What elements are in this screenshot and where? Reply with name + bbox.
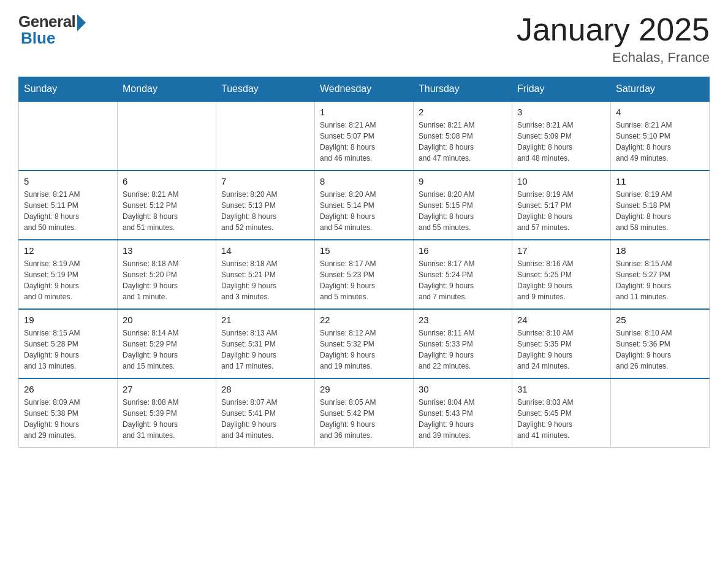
weekday-header-saturday: Saturday [611,77,710,102]
calendar-week-row: 12Sunrise: 8:19 AM Sunset: 5:19 PM Dayli… [19,240,710,309]
page-header: General Blue January 2025 Echalas, Franc… [18,12,710,66]
day-number: 7 [221,176,309,186]
calendar-cell: 27Sunrise: 8:08 AM Sunset: 5:39 PM Dayli… [118,378,216,448]
logo: General Blue [18,12,86,48]
day-info: Sunrise: 8:20 AM Sunset: 5:15 PM Dayligh… [419,189,507,233]
calendar-cell [118,101,216,170]
day-info: Sunrise: 8:13 AM Sunset: 5:31 PM Dayligh… [221,327,309,372]
calendar-cell: 16Sunrise: 8:17 AM Sunset: 5:24 PM Dayli… [414,240,512,309]
calendar-cell [611,378,710,448]
day-number: 2 [419,107,507,117]
calendar-cell: 30Sunrise: 8:04 AM Sunset: 5:43 PM Dayli… [414,378,512,448]
month-year-title: January 2025 [517,12,710,47]
day-number: 14 [221,245,309,256]
day-number: 26 [24,384,112,394]
calendar-cell: 22Sunrise: 8:12 AM Sunset: 5:32 PM Dayli… [315,309,414,378]
calendar-cell: 11Sunrise: 8:19 AM Sunset: 5:18 PM Dayli… [611,170,710,240]
calendar-cell: 24Sunrise: 8:10 AM Sunset: 5:35 PM Dayli… [512,309,611,378]
day-number: 13 [123,245,211,256]
day-number: 6 [123,176,211,186]
day-number: 22 [320,315,408,325]
calendar-cell: 10Sunrise: 8:19 AM Sunset: 5:17 PM Dayli… [512,170,611,240]
day-number: 25 [616,315,704,325]
day-info: Sunrise: 8:20 AM Sunset: 5:14 PM Dayligh… [320,189,408,233]
day-info: Sunrise: 8:05 AM Sunset: 5:42 PM Dayligh… [320,397,408,441]
title-block: January 2025 Echalas, France [517,12,710,66]
day-info: Sunrise: 8:20 AM Sunset: 5:13 PM Dayligh… [221,189,309,233]
calendar-cell: 21Sunrise: 8:13 AM Sunset: 5:31 PM Dayli… [216,309,315,378]
calendar-cell: 23Sunrise: 8:11 AM Sunset: 5:33 PM Dayli… [414,309,512,378]
day-number: 20 [123,315,211,325]
calendar-cell: 5Sunrise: 8:21 AM Sunset: 5:11 PM Daylig… [19,170,118,240]
day-number: 23 [419,315,507,325]
calendar-cell [19,101,118,170]
day-info: Sunrise: 8:21 AM Sunset: 5:10 PM Dayligh… [616,120,704,164]
day-number: 31 [517,384,605,394]
day-info: Sunrise: 8:21 AM Sunset: 5:12 PM Dayligh… [123,189,211,233]
calendar-table: SundayMondayTuesdayWednesdayThursdayFrid… [18,77,710,448]
day-number: 28 [221,384,309,394]
logo-arrow-icon [77,14,86,31]
day-info: Sunrise: 8:21 AM Sunset: 5:07 PM Dayligh… [320,120,408,164]
calendar-week-row: 1Sunrise: 8:21 AM Sunset: 5:07 PM Daylig… [19,101,710,170]
calendar-cell: 20Sunrise: 8:14 AM Sunset: 5:29 PM Dayli… [118,309,216,378]
day-info: Sunrise: 8:08 AM Sunset: 5:39 PM Dayligh… [123,397,211,441]
calendar-cell: 15Sunrise: 8:17 AM Sunset: 5:23 PM Dayli… [315,240,414,309]
day-info: Sunrise: 8:21 AM Sunset: 5:09 PM Dayligh… [517,120,605,164]
location-label: Echalas, France [517,50,710,66]
calendar-cell: 17Sunrise: 8:16 AM Sunset: 5:25 PM Dayli… [512,240,611,309]
day-info: Sunrise: 8:21 AM Sunset: 5:11 PM Dayligh… [24,189,112,233]
day-info: Sunrise: 8:15 AM Sunset: 5:28 PM Dayligh… [24,327,112,372]
day-number: 24 [517,315,605,325]
calendar-cell: 29Sunrise: 8:05 AM Sunset: 5:42 PM Dayli… [315,378,414,448]
calendar-cell: 4Sunrise: 8:21 AM Sunset: 5:10 PM Daylig… [611,101,710,170]
calendar-cell: 26Sunrise: 8:09 AM Sunset: 5:38 PM Dayli… [19,378,118,448]
calendar-cell: 31Sunrise: 8:03 AM Sunset: 5:45 PM Dayli… [512,378,611,448]
day-number: 5 [24,176,112,186]
day-number: 15 [320,245,408,256]
day-number: 9 [419,176,507,186]
calendar-cell: 3Sunrise: 8:21 AM Sunset: 5:09 PM Daylig… [512,101,611,170]
day-info: Sunrise: 8:10 AM Sunset: 5:36 PM Dayligh… [616,327,704,372]
day-info: Sunrise: 8:18 AM Sunset: 5:20 PM Dayligh… [123,258,211,302]
day-info: Sunrise: 8:18 AM Sunset: 5:21 PM Dayligh… [221,258,309,302]
day-info: Sunrise: 8:04 AM Sunset: 5:43 PM Dayligh… [419,397,507,441]
day-info: Sunrise: 8:15 AM Sunset: 5:27 PM Dayligh… [616,258,704,302]
day-info: Sunrise: 8:12 AM Sunset: 5:32 PM Dayligh… [320,327,408,372]
calendar-cell: 7Sunrise: 8:20 AM Sunset: 5:13 PM Daylig… [216,170,315,240]
day-info: Sunrise: 8:03 AM Sunset: 5:45 PM Dayligh… [517,397,605,441]
weekday-header-wednesday: Wednesday [315,77,414,102]
weekday-header-thursday: Thursday [414,77,512,102]
day-info: Sunrise: 8:07 AM Sunset: 5:41 PM Dayligh… [221,397,309,441]
day-info: Sunrise: 8:16 AM Sunset: 5:25 PM Dayligh… [517,258,605,302]
day-info: Sunrise: 8:17 AM Sunset: 5:24 PM Dayligh… [419,258,507,302]
day-number: 18 [616,245,704,256]
day-number: 29 [320,384,408,394]
calendar-cell: 28Sunrise: 8:07 AM Sunset: 5:41 PM Dayli… [216,378,315,448]
weekday-header-friday: Friday [512,77,611,102]
calendar-cell: 8Sunrise: 8:20 AM Sunset: 5:14 PM Daylig… [315,170,414,240]
day-number: 19 [24,315,112,325]
calendar-week-row: 26Sunrise: 8:09 AM Sunset: 5:38 PM Dayli… [19,378,710,448]
day-info: Sunrise: 8:19 AM Sunset: 5:19 PM Dayligh… [24,258,112,302]
calendar-cell: 9Sunrise: 8:20 AM Sunset: 5:15 PM Daylig… [414,170,512,240]
day-info: Sunrise: 8:14 AM Sunset: 5:29 PM Dayligh… [123,327,211,372]
day-info: Sunrise: 8:19 AM Sunset: 5:18 PM Dayligh… [616,189,704,233]
day-number: 11 [616,176,704,186]
day-number: 27 [123,384,211,394]
calendar-cell: 1Sunrise: 8:21 AM Sunset: 5:07 PM Daylig… [315,101,414,170]
day-number: 30 [419,384,507,394]
day-info: Sunrise: 8:11 AM Sunset: 5:33 PM Dayligh… [419,327,507,372]
calendar-cell: 25Sunrise: 8:10 AM Sunset: 5:36 PM Dayli… [611,309,710,378]
day-number: 3 [517,107,605,117]
day-info: Sunrise: 8:17 AM Sunset: 5:23 PM Dayligh… [320,258,408,302]
logo-blue-text: Blue [21,29,55,48]
day-number: 4 [616,107,704,117]
day-info: Sunrise: 8:21 AM Sunset: 5:08 PM Dayligh… [419,120,507,164]
day-number: 8 [320,176,408,186]
day-number: 21 [221,315,309,325]
calendar-week-row: 5Sunrise: 8:21 AM Sunset: 5:11 PM Daylig… [19,170,710,240]
calendar-cell: 2Sunrise: 8:21 AM Sunset: 5:08 PM Daylig… [414,101,512,170]
day-number: 1 [320,107,408,117]
calendar-cell: 13Sunrise: 8:18 AM Sunset: 5:20 PM Dayli… [118,240,216,309]
